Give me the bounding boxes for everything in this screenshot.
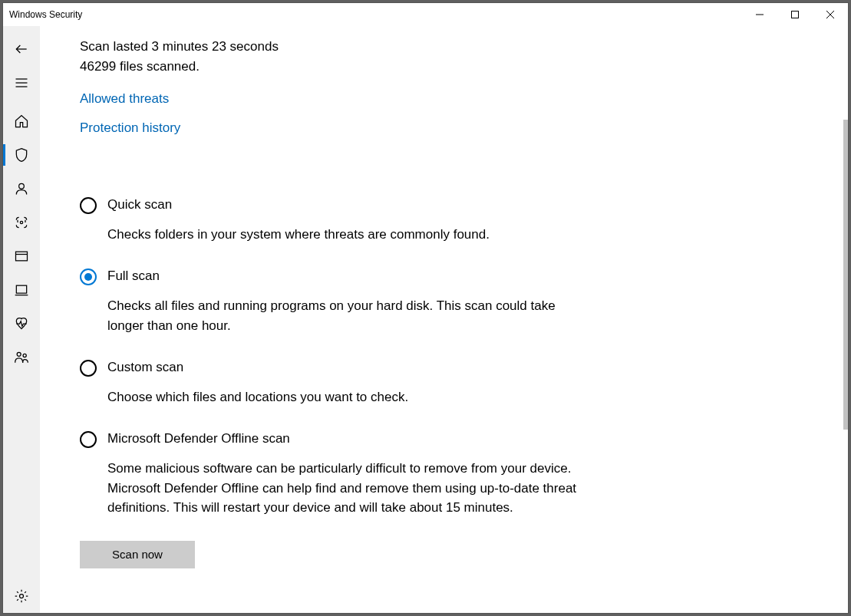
minimize-button[interactable] xyxy=(742,3,777,26)
sidebar-item-app-browser[interactable] xyxy=(3,239,40,273)
sidebar-item-virus-protection[interactable] xyxy=(3,138,40,172)
option-title: Microsoft Defender Offline scan xyxy=(107,430,608,448)
sidebar-item-device-performance[interactable] xyxy=(3,307,40,341)
option-description: Some malicious software can be particula… xyxy=(107,459,583,518)
sidebar-item-firewall[interactable] xyxy=(3,206,40,239)
svg-point-16 xyxy=(20,595,24,598)
option-description: Checks folders in your system where thre… xyxy=(107,225,568,245)
option-description: Choose which files and locations you wan… xyxy=(107,387,568,407)
radio-icon[interactable] xyxy=(80,197,97,214)
sidebar xyxy=(3,26,40,613)
option-title: Custom scan xyxy=(107,358,608,377)
scrollbar[interactable] xyxy=(843,120,848,430)
maximize-button[interactable] xyxy=(777,3,813,26)
svg-rect-10 xyxy=(16,252,28,261)
sidebar-item-settings[interactable] xyxy=(3,579,40,613)
sidebar-item-account-protection[interactable] xyxy=(3,172,40,206)
content-area: Scan lasted 3 minutes 23 seconds 46299 f… xyxy=(40,26,848,613)
window-frame: Windows Security xyxy=(2,2,849,614)
radio-icon[interactable] xyxy=(80,360,97,377)
svg-rect-1 xyxy=(792,12,799,18)
svg-point-15 xyxy=(23,354,26,357)
sidebar-item-device-security[interactable] xyxy=(3,273,40,307)
back-button[interactable] xyxy=(3,32,40,66)
option-quick-scan[interactable]: Quick scan Checks folders in your system… xyxy=(80,196,608,244)
option-title: Quick scan xyxy=(107,196,608,214)
radio-icon[interactable] xyxy=(80,268,97,285)
sidebar-item-home[interactable] xyxy=(3,104,40,138)
hamburger-menu-button[interactable] xyxy=(3,66,40,100)
scan-now-button[interactable]: Scan now xyxy=(80,541,195,568)
scan-files-text: 46299 files scanned. xyxy=(80,57,608,77)
titlebar[interactable]: Windows Security xyxy=(3,3,848,26)
close-button[interactable] xyxy=(813,3,848,26)
svg-rect-12 xyxy=(16,285,26,293)
svg-point-8 xyxy=(19,183,25,189)
sidebar-item-family-options[interactable] xyxy=(3,341,40,374)
option-description: Checks all files and running programs on… xyxy=(107,296,568,335)
svg-point-14 xyxy=(17,352,21,356)
window-title: Windows Security xyxy=(9,9,82,20)
option-custom-scan[interactable]: Custom scan Choose which files and locat… xyxy=(80,358,608,407)
option-title: Full scan xyxy=(107,267,608,285)
radio-icon[interactable] xyxy=(80,431,97,448)
protection-history-link[interactable]: Protection history xyxy=(80,120,608,136)
allowed-threats-link[interactable]: Allowed threats xyxy=(80,91,608,107)
svg-point-9 xyxy=(20,221,22,223)
option-offline-scan[interactable]: Microsoft Defender Offline scan Some mal… xyxy=(80,430,608,517)
option-full-scan[interactable]: Full scan Checks all files and running p… xyxy=(80,267,608,335)
scan-duration-text: Scan lasted 3 minutes 23 seconds xyxy=(80,37,608,57)
